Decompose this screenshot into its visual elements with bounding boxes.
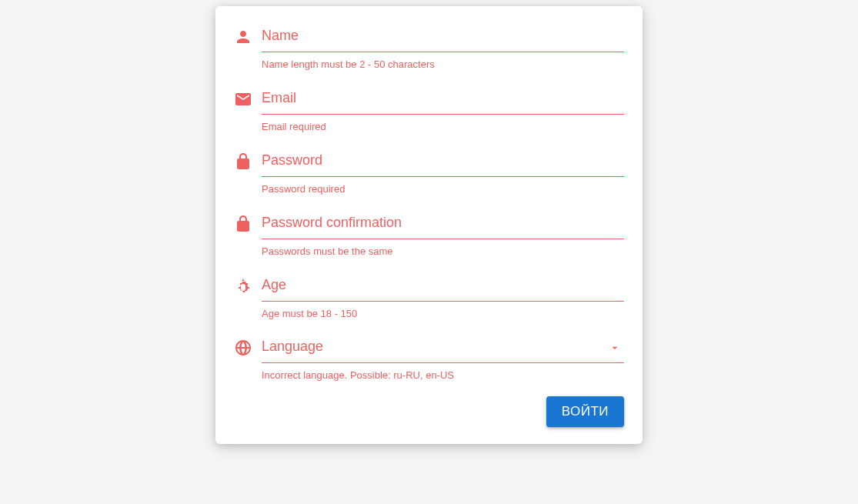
name-input[interactable] [262, 26, 624, 48]
name-field-row: Name Name length must be 2 - 50 characte… [234, 23, 624, 72]
lock-icon [234, 210, 262, 233]
language-field-row: Language Incorrect language. Possible: r… [234, 334, 624, 382]
email-input[interactable] [262, 88, 624, 111]
bug-icon [234, 272, 262, 295]
age-input[interactable] [262, 275, 624, 298]
email-field-row: Email Email required [234, 85, 624, 134]
language-select[interactable]: Language [262, 334, 624, 363]
email-error: Email required [262, 121, 624, 134]
person-icon [234, 23, 262, 46]
password-confirm-field-row: Password confirmation Passwords must be … [234, 210, 624, 259]
submit-button[interactable]: ВОЙТИ [546, 396, 624, 427]
password-confirm-error: Passwords must be the same [262, 245, 624, 259]
form-actions: ВОЙТИ [234, 396, 624, 427]
password-input[interactable] [262, 151, 624, 173]
age-error: Age must be 18 - 150 [262, 308, 624, 321]
password-confirm-input[interactable] [262, 213, 624, 235]
lock-icon [234, 148, 262, 171]
password-field-row: Password Password required [234, 148, 624, 196]
language-error: Incorrect language. Possible: ru-RU, en-… [262, 369, 624, 382]
globe-icon [234, 334, 262, 357]
password-error: Password required [262, 183, 624, 196]
age-field-row: Age Age must be 18 - 150 [234, 272, 624, 321]
login-form-card: Name Name length must be 2 - 50 characte… [215, 6, 643, 444]
name-error: Name length must be 2 - 50 characters [262, 58, 624, 72]
language-input[interactable] [262, 337, 624, 359]
email-icon [234, 85, 262, 108]
